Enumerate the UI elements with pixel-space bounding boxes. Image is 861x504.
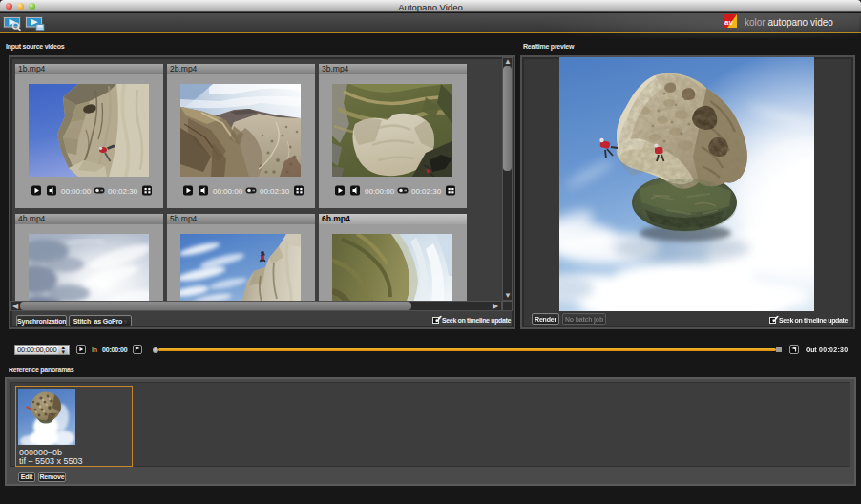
svg-text:00:02:30: 00:02:30: [260, 187, 290, 196]
svg-text:00:00:00: 00:00:00: [365, 187, 395, 196]
svg-text:00:00:00: 00:00:00: [61, 187, 92, 196]
svg-text:00:02:30: 00:02:30: [411, 187, 442, 196]
svg-text:00:00:00: 00:00:00: [213, 187, 243, 196]
svg-text:av: av: [724, 18, 733, 27]
svg-text:00:02:30: 00:02:30: [108, 187, 138, 196]
